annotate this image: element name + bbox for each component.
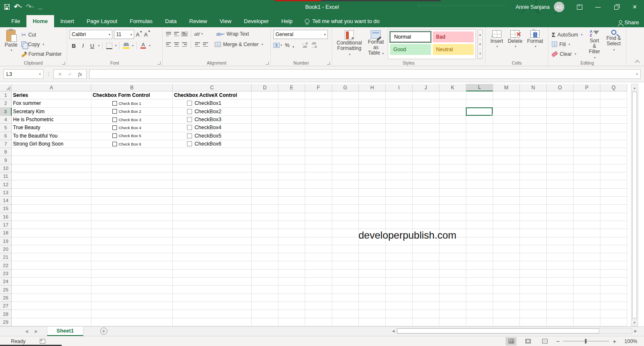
cell-N25[interactable] [520,286,547,294]
row-header-22[interactable]: 22 [0,262,12,270]
checkbox-icon[interactable] [187,101,192,106]
cell-B1[interactable]: Checkbox Form Control [91,91,173,99]
cell-K7[interactable] [439,140,466,148]
cell-Q21[interactable] [600,253,627,261]
cell-E28[interactable] [278,310,305,318]
cell-M6[interactable] [493,132,520,140]
cell-D21[interactable] [252,253,278,261]
share-button[interactable]: Share [619,19,639,26]
cell-F6[interactable] [305,132,332,140]
cell-F9[interactable] [305,156,332,164]
cell-G23[interactable] [332,270,359,278]
number-format-combobox[interactable]: General▾ [273,30,328,39]
zoom-in-button[interactable]: + [613,338,616,345]
cell-L5[interactable] [466,124,493,132]
row-header-20[interactable]: 20 [0,245,12,253]
cell-B26[interactable] [91,294,173,302]
row-header-12[interactable]: 12 [0,180,12,188]
cell-O5[interactable] [547,124,574,132]
cell-P28[interactable] [574,310,600,318]
underline-caret-icon[interactable]: ▾ [98,44,100,47]
row-header-29[interactable]: 29 [0,318,12,326]
cell-I21[interactable] [386,253,413,261]
cell-H28[interactable] [359,310,386,318]
font-size-combobox[interactable]: 11▾ [114,30,134,39]
cell-L2[interactable] [466,99,493,107]
cell-I5[interactable] [386,124,413,132]
orientation-caret-icon[interactable]: ▾ [201,32,203,36]
cell-H2[interactable] [359,99,386,107]
cell-I28[interactable] [386,310,413,318]
cell-O1[interactable] [547,91,574,99]
cell-K13[interactable] [439,189,466,197]
row-header-4[interactable]: 4 [0,116,12,124]
cell-H7[interactable] [359,140,386,148]
cell-F28[interactable] [305,310,332,318]
alignment-dialog-launcher[interactable] [266,62,269,65]
cell-F3[interactable] [305,108,332,116]
cell-Q19[interactable] [600,237,627,245]
cell-F29[interactable] [305,318,332,326]
cell-L14[interactable] [466,197,493,205]
cell-Q10[interactable] [600,164,627,172]
cell-J15[interactable] [413,205,439,213]
cell-C1[interactable]: Checkbox ActiveX Control [173,91,252,99]
cell-C24[interactable] [173,278,252,286]
column-header-H[interactable]: H [359,84,386,91]
form-checkbox-5[interactable]: Check Box 5 [112,133,141,138]
decrease-decimal-button[interactable]: .00→.0 [311,42,317,49]
cell-G14[interactable] [332,197,359,205]
tab-developer[interactable]: Developer [238,15,275,27]
cell-Q6[interactable] [600,132,627,140]
row-header-21[interactable]: 21 [0,253,12,261]
cell-H25[interactable] [359,286,386,294]
cell-B12[interactable] [91,180,173,188]
cell-C12[interactable] [173,180,252,188]
cell-A12[interactable] [12,180,91,188]
cell-Q11[interactable] [600,172,627,180]
cell-J20[interactable] [413,245,439,253]
cell-D27[interactable] [252,302,278,310]
cell-J9[interactable] [413,156,439,164]
row-header-8[interactable]: 8 [0,148,12,156]
cell-G17[interactable] [332,221,359,229]
cell-J11[interactable] [413,172,439,180]
cell-D26[interactable] [252,294,278,302]
cell-E20[interactable] [278,245,305,253]
cell-P29[interactable] [574,318,600,326]
cell-I10[interactable] [386,164,413,172]
cell-M19[interactable] [493,237,520,245]
cell-K24[interactable] [439,278,466,286]
cell-C3[interactable]: CheckBox2 [173,108,252,116]
checkbox-icon[interactable] [112,117,117,122]
cell-N1[interactable] [520,91,547,99]
cell-A3[interactable]: Secretary Kim [12,108,91,116]
cell-K23[interactable] [439,270,466,278]
fill-color-caret-icon[interactable]: ▾ [132,44,134,47]
vertical-scroll-thumb[interactable] [632,92,637,318]
cell-Q29[interactable] [600,318,627,326]
cell-D19[interactable] [252,237,278,245]
cell-N18[interactable] [520,229,547,237]
cell-F18[interactable] [305,229,332,237]
cell-L6[interactable] [466,132,493,140]
column-header-P[interactable]: P [574,84,600,91]
cell-P10[interactable] [574,164,600,172]
cell-K15[interactable] [439,205,466,213]
align-left-button[interactable] [165,42,172,47]
cell-E24[interactable] [278,278,305,286]
cell-F21[interactable] [305,253,332,261]
cell-J27[interactable] [413,302,439,310]
formula-bar-expand-icon[interactable]: ▾ [636,73,638,76]
cell-P25[interactable] [574,286,600,294]
cell-D14[interactable] [252,197,278,205]
cell-N24[interactable] [520,278,547,286]
cell-G21[interactable] [332,253,359,261]
cell-E23[interactable] [278,270,305,278]
cell-Q1[interactable] [600,91,627,99]
cell-G4[interactable] [332,116,359,124]
cell-G28[interactable] [332,310,359,318]
cell-E11[interactable] [278,172,305,180]
cell-M2[interactable] [493,99,520,107]
cell-C2[interactable]: CheckBox1 [173,99,252,107]
